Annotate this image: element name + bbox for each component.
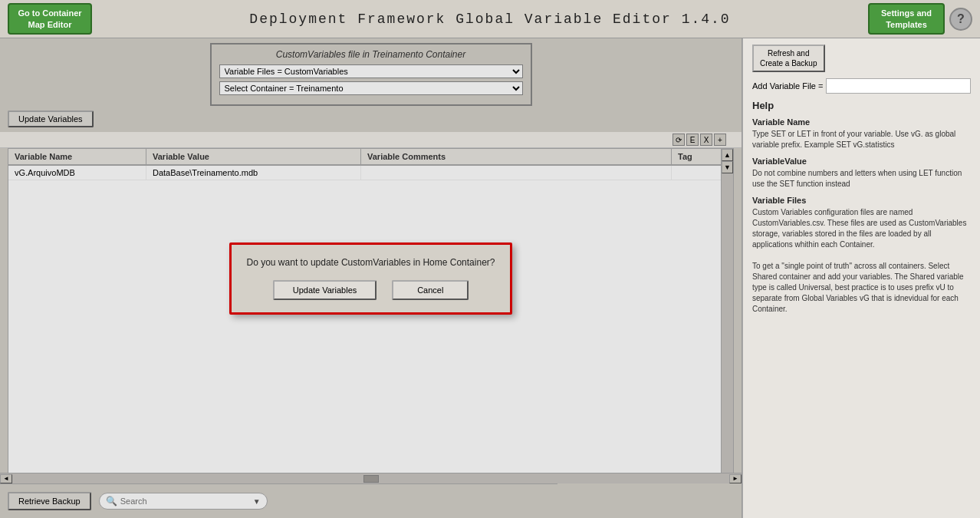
variable-files-text-1: Custom Variables configuration files are… (752, 207, 971, 250)
go-to-container-button[interactable]: Go to Container Map Editor (8, 3, 92, 35)
modal-question: Do you want to update CustomVariables in… (247, 257, 495, 268)
top-right-controls: Settings and Templates ? (868, 3, 972, 35)
variable-files-heading: Variable Files (752, 196, 971, 205)
top-bar: Go to Container Map Editor Deployment Fr… (0, 0, 980, 38)
add-variable-label: Add Variable File = (752, 81, 823, 91)
left-panel: CustomVariables file in Treinamento Cont… (0, 38, 742, 518)
modal-update-button[interactable]: Update Variables (273, 280, 377, 300)
variable-files-text-2: To get a "single point of truth" across … (752, 261, 971, 315)
modal-buttons: Update Variables Cancel (247, 280, 495, 300)
right-panel: Refresh and Create a Backup Add Variable… (742, 38, 980, 518)
variable-value-text: Do not combine numbers and letters when … (752, 168, 971, 190)
main-layout: CustomVariables file in Treinamento Cont… (0, 38, 980, 518)
help-button[interactable]: ? (949, 8, 972, 31)
app-title: Deployment Framework Global Variable Edi… (249, 12, 730, 27)
modal-cancel-button[interactable]: Cancel (392, 280, 469, 300)
right-top-row: Refresh and Create a Backup (752, 45, 971, 72)
help-heading: Help (752, 100, 971, 111)
refresh-backup-button[interactable]: Refresh and Create a Backup (752, 45, 825, 72)
help-section: Help Variable Name Type SET or LET in fr… (752, 100, 971, 315)
settings-button[interactable]: Settings and Templates (868, 3, 945, 35)
add-variable-row: Add Variable File = (752, 78, 971, 94)
variable-name-text: Type SET or LET in front of your variabl… (752, 129, 971, 150)
variable-value-heading: VariableValue (752, 157, 971, 166)
modal-overlay: Do you want to update CustomVariables in… (0, 38, 742, 518)
add-variable-input[interactable] (826, 78, 971, 94)
modal-dialog: Do you want to update CustomVariables in… (229, 243, 513, 315)
variable-name-heading: Variable Name (752, 117, 971, 127)
